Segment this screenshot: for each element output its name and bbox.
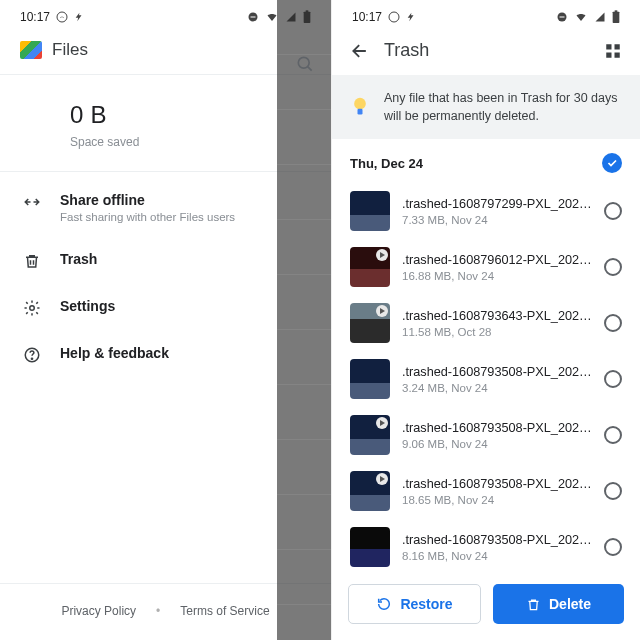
back-icon[interactable] — [350, 41, 370, 61]
battery-icon — [303, 10, 311, 24]
file-select-radio[interactable] — [604, 202, 622, 220]
file-meta: .trashed-1608793508-PXL_20201… 9.06 MB, … — [402, 421, 592, 450]
trash-file-row[interactable]: .trashed-1608793508-PXL_20201… 9.06 MB, … — [332, 407, 640, 463]
battery-icon — [612, 10, 620, 24]
delete-label: Delete — [549, 596, 591, 612]
file-info: 11.58 MB, Oct 28 — [402, 326, 592, 338]
file-thumbnail — [350, 359, 390, 399]
svg-rect-3 — [304, 12, 311, 23]
menu-label: Settings — [60, 298, 309, 314]
file-meta: .trashed-1608797299-PXL_20201… 7.33 MB, … — [402, 197, 592, 226]
menu-trash[interactable]: Trash — [0, 237, 331, 284]
play-badge-icon — [376, 305, 388, 317]
svg-rect-4 — [306, 10, 309, 12]
file-thumbnail — [350, 191, 390, 231]
svg-point-19 — [354, 98, 366, 110]
status-bar: 10:17 — [0, 0, 331, 30]
select-all-check[interactable] — [602, 153, 622, 173]
trash-file-row[interactable]: .trashed-1608793508-PXL_20201… 3.24 MB, … — [332, 351, 640, 407]
svg-point-7 — [30, 306, 35, 311]
svg-point-10 — [389, 12, 399, 22]
file-info: 8.16 MB, Nov 24 — [402, 550, 592, 562]
grid-view-icon[interactable] — [604, 42, 622, 60]
date-section-header: Thu, Dec 24 — [332, 139, 640, 183]
file-name: .trashed-1608796012-PXL_20201… — [402, 253, 592, 267]
files-logo-icon — [20, 41, 42, 59]
svg-rect-16 — [615, 44, 620, 49]
file-info: 7.33 MB, Nov 24 — [402, 214, 592, 226]
menu-label: Help & feedback — [60, 345, 309, 361]
restore-label: Restore — [400, 596, 452, 612]
help-icon — [22, 346, 42, 364]
file-select-radio[interactable] — [604, 314, 622, 332]
file-thumbnail — [350, 247, 390, 287]
gear-icon — [22, 299, 42, 317]
menu-sublabel: Fast sharing with other Files users — [60, 211, 309, 223]
status-time: 10:17 — [20, 10, 50, 24]
lightbulb-icon — [350, 89, 370, 125]
restore-button[interactable]: Restore — [348, 584, 481, 624]
menu-settings[interactable]: Settings — [0, 284, 331, 331]
banner-text: Any file that has been in Trash for 30 d… — [384, 89, 622, 125]
file-meta: .trashed-1608793508-PXL_20201… 8.16 MB, … — [402, 533, 592, 562]
app-title: Files — [52, 40, 88, 60]
drawer-menu: Share offline Fast sharing with other Fi… — [0, 172, 331, 384]
bolt-icon — [74, 11, 84, 23]
file-select-radio[interactable] — [604, 426, 622, 444]
menu-label: Share offline — [60, 192, 309, 208]
file-name: .trashed-1608793508-PXL_20201… — [402, 477, 592, 491]
file-select-radio[interactable] — [604, 482, 622, 500]
file-meta: .trashed-1608793508-PXL_20201… 3.24 MB, … — [402, 365, 592, 394]
signal-icon — [285, 11, 297, 23]
search-icon[interactable] — [295, 54, 315, 74]
status-time: 10:17 — [352, 10, 382, 24]
file-info: 18.65 MB, Nov 24 — [402, 494, 592, 506]
trash-screen: 10:17 Trash Any file that has been in Tr… — [332, 0, 640, 640]
file-select-radio[interactable] — [604, 370, 622, 388]
trash-file-row[interactable]: .trashed-1608793643-PXL_20201… 11.58 MB,… — [332, 295, 640, 351]
file-name: .trashed-1608797299-PXL_20201… — [402, 197, 592, 211]
trash-icon — [22, 252, 42, 270]
svg-rect-15 — [606, 44, 611, 49]
share-icon — [22, 193, 42, 211]
svg-rect-2 — [251, 17, 256, 18]
status-bar: 10:17 — [332, 0, 640, 30]
delete-button[interactable]: Delete — [493, 584, 624, 624]
menu-share-offline[interactable]: Share offline Fast sharing with other Fi… — [0, 178, 331, 237]
action-bar: Restore Delete — [332, 574, 640, 640]
svg-rect-20 — [358, 109, 363, 115]
drawer-screen: 10:17 Files 0 B Space saved Share offlin… — [0, 0, 332, 640]
menu-label: Trash — [60, 251, 309, 267]
vpn-icon — [388, 11, 400, 23]
dot-separator: • — [156, 604, 160, 618]
file-select-radio[interactable] — [604, 258, 622, 276]
file-info: 9.06 MB, Nov 24 — [402, 438, 592, 450]
space-saved-hero: 0 B Space saved — [0, 75, 331, 171]
terms-link[interactable]: Terms of Service — [180, 604, 269, 618]
file-info: 16.88 MB, Nov 24 — [402, 270, 592, 282]
file-thumbnail — [350, 303, 390, 343]
trash-file-row[interactable]: .trashed-1608797299-PXL_20201… 7.33 MB, … — [332, 183, 640, 239]
privacy-link[interactable]: Privacy Policy — [61, 604, 136, 618]
play-badge-icon — [376, 473, 388, 485]
trash-file-list[interactable]: .trashed-1608797299-PXL_20201… 7.33 MB, … — [332, 183, 640, 574]
menu-help[interactable]: Help & feedback — [0, 331, 331, 378]
trash-info-banner: Any file that has been in Trash for 30 d… — [332, 75, 640, 139]
trash-file-row[interactable]: .trashed-1608793508-PXL_20201… 8.16 MB, … — [332, 519, 640, 574]
svg-rect-18 — [615, 52, 620, 57]
svg-rect-13 — [613, 12, 620, 23]
dnd-icon — [556, 11, 568, 23]
play-badge-icon — [376, 249, 388, 261]
svg-line-6 — [308, 67, 312, 71]
vpn-icon — [56, 11, 68, 23]
trash-file-row[interactable]: .trashed-1608796012-PXL_20201… 16.88 MB,… — [332, 239, 640, 295]
restore-icon — [376, 596, 392, 612]
file-select-radio[interactable] — [604, 538, 622, 556]
trash-file-row[interactable]: .trashed-1608793508-PXL_20201… 18.65 MB,… — [332, 463, 640, 519]
section-date: Thu, Dec 24 — [350, 156, 423, 171]
svg-point-9 — [31, 358, 32, 359]
file-thumbnail — [350, 415, 390, 455]
svg-rect-17 — [606, 52, 611, 57]
file-name: .trashed-1608793508-PXL_20201… — [402, 365, 592, 379]
file-meta: .trashed-1608793643-PXL_20201… 11.58 MB,… — [402, 309, 592, 338]
